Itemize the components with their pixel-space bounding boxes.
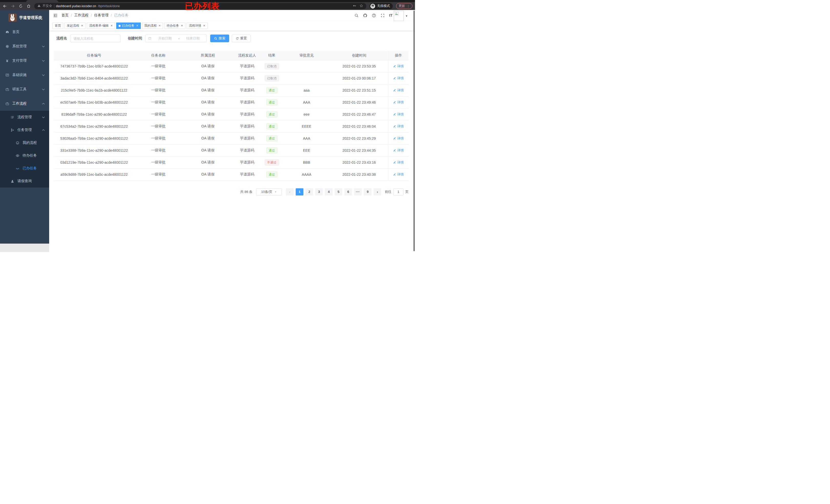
tab-首页[interactable]: 首页 xyxy=(53,23,63,29)
browser-menu-icon[interactable]: ⋮ xyxy=(407,4,410,8)
reset-button[interactable]: 重置 xyxy=(232,35,251,42)
date-range-picker[interactable]: 开始日期 - 结束日期 xyxy=(145,35,207,42)
page-button-1[interactable]: 1 xyxy=(296,188,304,196)
reload-icon[interactable] xyxy=(19,4,23,8)
sidebar-item-支付管理[interactable]: ¥支付管理 xyxy=(0,54,49,68)
tab-已办任务[interactable]: 已办任务✕ xyxy=(116,23,140,29)
detail-link[interactable]: 详情 xyxy=(393,64,404,69)
sidebar-item-我的流程[interactable]: 我的流程 xyxy=(0,136,49,149)
chevron-down-icon: ▼ xyxy=(275,191,277,193)
not-secure-icon[interactable] xyxy=(37,4,41,8)
page-size-value[interactable]: 10条/页 xyxy=(261,190,273,194)
start-date-placeholder[interactable]: 开始日期 xyxy=(154,36,176,41)
detail-link[interactable]: 详情 xyxy=(393,160,404,165)
page-button-6[interactable]: 6 xyxy=(344,188,352,196)
update-button[interactable]: 更新 ⋮ xyxy=(396,3,412,9)
avatar[interactable] xyxy=(394,11,404,21)
page-button-5[interactable]: 5 xyxy=(334,188,342,196)
sidebar-fold-icon[interactable] xyxy=(53,13,58,18)
tags-view: 首页发起流程✕流程表单-编辑✕已办任务✕我的流程✕待办任务✕流程详情✕ xyxy=(49,21,415,31)
fullscreen-icon[interactable] xyxy=(380,13,385,18)
detail-link[interactable]: 详情 xyxy=(393,76,404,80)
process-name-input[interactable] xyxy=(70,35,121,42)
sidebar-item-请假查询[interactable]: 请假查询 xyxy=(0,175,49,188)
tab-流程详情[interactable]: 流程详情✕ xyxy=(187,23,208,29)
detail-link[interactable]: 详情 xyxy=(393,136,404,141)
font-size-icon[interactable]: tT xyxy=(389,13,392,18)
task-name-cell: 一级审批 xyxy=(134,168,182,180)
close-icon[interactable]: ✕ xyxy=(110,24,113,27)
sidebar-scrollbar[interactable] xyxy=(0,243,49,252)
sidebar-item-系统管理[interactable]: 系统管理 xyxy=(0,39,49,54)
next-page-button[interactable]: › xyxy=(374,188,381,196)
sidebar-item-任务管理[interactable]: 任务管理 xyxy=(0,124,49,136)
page-button-4[interactable]: 4 xyxy=(325,188,332,196)
bookmark-star-icon[interactable] xyxy=(359,4,363,8)
page-button-2[interactable]: 2 xyxy=(306,188,313,196)
detail-link[interactable]: 详情 xyxy=(393,172,404,177)
back-icon[interactable] xyxy=(3,4,7,8)
sidebar-item-基础设施[interactable]: 基础设施 xyxy=(0,68,49,82)
task-name-cell: 一级审批 xyxy=(134,144,182,156)
search-button[interactable]: 搜索 xyxy=(210,35,229,42)
result-badge: 通过 xyxy=(266,99,278,105)
comment-cell: aaa xyxy=(283,84,330,96)
breadcrumb-item[interactable]: 工作流程 xyxy=(74,13,89,18)
tab-流程表单-编辑[interactable]: 流程表单-编辑✕ xyxy=(87,23,115,29)
search-button-label[interactable]: 搜索 xyxy=(219,36,225,41)
forward-icon[interactable] xyxy=(10,4,15,8)
tab-label: 我的流程 xyxy=(145,24,157,28)
eye-closed-icon xyxy=(15,166,20,170)
tab-待办任务[interactable]: 待办任务✕ xyxy=(164,23,185,29)
process-cell: OA 请假 xyxy=(182,96,233,108)
process-cell: OA 请假 xyxy=(182,144,233,156)
comment-cell xyxy=(283,72,330,84)
incognito-label: 无痕模式 xyxy=(377,4,390,8)
user-menu[interactable]: ▼ xyxy=(394,11,408,21)
detail-link[interactable]: 详情 xyxy=(393,100,404,105)
close-icon[interactable]: ✕ xyxy=(158,24,161,27)
breadcrumb-item[interactable]: 任务管理 xyxy=(94,13,108,18)
more-pages-icon[interactable]: ••• xyxy=(354,188,362,196)
page-button-3[interactable]: 3 xyxy=(315,188,323,196)
detail-link[interactable]: 详情 xyxy=(393,112,404,117)
url-host[interactable]: dashboard.yudao.iocoder.cn xyxy=(56,4,96,8)
close-icon[interactable]: ✕ xyxy=(81,24,83,27)
chevron-down-icon[interactable]: ▼ xyxy=(405,14,408,18)
sidebar-item-首页[interactable]: 首页 xyxy=(0,25,49,39)
security-label[interactable]: 不安全 xyxy=(42,4,52,8)
help-icon[interactable] xyxy=(372,13,376,18)
detail-link[interactable]: 详情 xyxy=(393,148,404,153)
sidebar-item-已办任务[interactable]: 已办任务 xyxy=(0,162,49,175)
breadcrumb-item[interactable]: 首页 xyxy=(61,13,69,18)
end-date-placeholder[interactable]: 结束日期 xyxy=(182,36,204,41)
sidebar-item-流程管理[interactable]: 流程管理 xyxy=(0,111,49,124)
sidebar-item-工作流程[interactable]: 工作流程 xyxy=(0,96,49,111)
close-icon[interactable]: ✕ xyxy=(136,24,138,27)
sidebar-item-研发工具[interactable]: 研发工具 xyxy=(0,82,49,96)
tab-发起流程[interactable]: 发起流程✕ xyxy=(65,23,86,29)
goto-page-input[interactable] xyxy=(393,188,404,196)
result-badge: 已取消 xyxy=(265,63,279,69)
home-icon[interactable] xyxy=(26,4,31,8)
breadcrumb-separator: / xyxy=(71,13,72,18)
prev-page-button[interactable]: ‹ xyxy=(286,188,294,196)
close-icon[interactable]: ✕ xyxy=(203,24,205,27)
breadcrumb: 首页/工作流程/任务管理/已办任务 xyxy=(61,13,129,18)
github-icon[interactable] xyxy=(363,13,368,18)
detail-link[interactable]: 详情 xyxy=(393,124,404,129)
detail-link[interactable]: 详情 xyxy=(393,88,404,93)
reset-button-label[interactable]: 重置 xyxy=(240,36,247,41)
page-scrollbar[interactable] xyxy=(413,10,415,251)
close-icon[interactable]: ✕ xyxy=(181,24,183,27)
search-icon[interactable] xyxy=(354,13,359,18)
page-button-9[interactable]: 9 xyxy=(364,188,372,196)
sidebar-item-待办任务[interactable]: 待办任务 xyxy=(0,149,49,162)
url-path[interactable]: /bpm/task/done xyxy=(98,4,120,8)
page-size-select[interactable]: 10条/页 ▼ xyxy=(256,188,282,196)
update-label[interactable]: 更新 xyxy=(398,4,405,8)
sidebar-logo[interactable]: 芋道管理系统 xyxy=(0,11,49,24)
key-icon[interactable] xyxy=(353,4,356,8)
tab-我的流程[interactable]: 我的流程✕ xyxy=(142,23,163,29)
calendar-icon xyxy=(148,37,152,40)
